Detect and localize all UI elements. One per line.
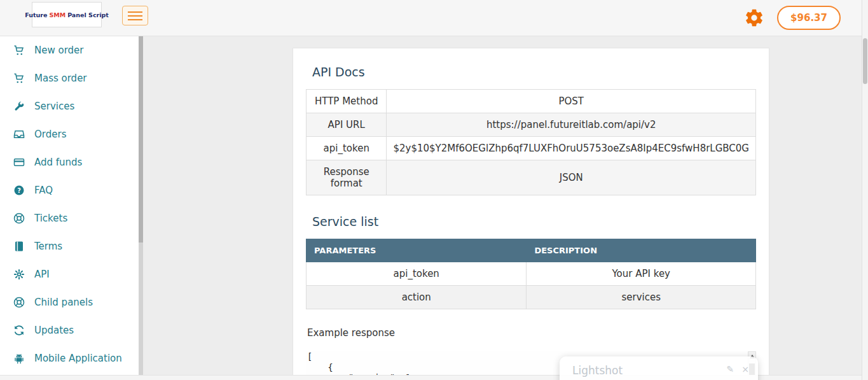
sidebar-item-terms[interactable]: Terms	[0, 232, 139, 260]
sidebar-item-mobile-application[interactable]: Mobile Application	[0, 344, 139, 372]
hamburger-menu-icon	[128, 11, 142, 13]
api-docs-row-value: POST	[387, 90, 756, 113]
sidebar-item-label: Mobile Application	[34, 353, 122, 364]
sidebar-item-orders[interactable]: Orders	[0, 120, 139, 148]
sidebar-item-services[interactable]: Services	[0, 92, 139, 120]
api-docs-card: API Docs HTTP MethodPOSTAPI URLhttps://p…	[293, 48, 769, 380]
refresh-icon	[13, 325, 25, 336]
life-ring-icon	[13, 213, 25, 224]
service-description-cell: services	[527, 286, 756, 309]
vertical-scrollbar[interactable]	[862, 0, 868, 380]
api-docs-title: API Docs	[312, 65, 750, 79]
api-docs-row: api_token$2y$10$Y2Mf6OEGlZhp6qf7LUXFhOru…	[307, 137, 756, 160]
settings-gear-icon[interactable]	[744, 8, 764, 28]
sidebar-item-label: Add funds	[34, 157, 82, 168]
sidebar-item-mass-order[interactable]: Mass order	[0, 64, 139, 92]
svg-text:?: ?	[17, 187, 21, 194]
logo-text-accent: SMM	[49, 11, 65, 18]
question-circle-icon: ?	[13, 185, 25, 196]
sidebar-menu: New orderMass orderServicesOrdersAdd fun…	[0, 36, 139, 372]
sidebar-item-child-panels[interactable]: Child panels	[0, 288, 139, 316]
book-icon	[13, 241, 25, 252]
api-docs-row-value: $2y$10$Y2Mf6OEGlZhp6qf7LUXFhOruU5753oeZs…	[387, 137, 756, 160]
life-ring-icon	[13, 297, 25, 308]
balance-amount: $96.37	[790, 12, 827, 24]
sidebar-item-new-order[interactable]: New order	[0, 36, 139, 64]
wrench-icon	[13, 101, 25, 112]
sidebar-item-label: Tickets	[34, 213, 67, 224]
app-logo[interactable]: Future SMM Panel Script	[32, 2, 102, 27]
close-icon[interactable]: ×	[741, 364, 749, 374]
main-content: API Docs HTTP MethodPOSTAPI URLhttps://p…	[143, 36, 862, 380]
service-list-header-row: PARAMETERS DESCRIPTION	[307, 239, 756, 262]
cart-icon	[13, 45, 25, 56]
gear-icon	[13, 269, 25, 280]
description-column-header: DESCRIPTION	[527, 239, 756, 262]
sidebar-item-tickets[interactable]: Tickets	[0, 204, 139, 232]
inbox-icon	[13, 129, 25, 140]
api-docs-row-value: https://panel.futureitlab.com/api/v2	[387, 113, 756, 137]
sidebar-item-add-funds[interactable]: Add funds	[0, 148, 139, 176]
sidebar-item-label: Child panels	[34, 297, 93, 308]
service-parameter-cell: api_token	[307, 262, 527, 286]
service-list-title: Service list	[312, 215, 750, 229]
service-list-row: actionservices	[307, 286, 756, 309]
example-response-label: Example response	[307, 327, 756, 339]
api-docs-row: Response formatJSON	[307, 160, 756, 195]
sidebar-item-api[interactable]: API	[0, 260, 139, 288]
lightshot-title: Lightshot	[572, 364, 745, 377]
api-docs-row: API URLhttps://panel.futureitlab.com/api…	[307, 113, 756, 137]
api-docs-row-label: Response format	[307, 160, 387, 195]
lightshot-overlay: Lightshot ✎ ×	[560, 356, 758, 380]
service-parameter-cell: action	[307, 286, 527, 309]
top-bar: Future SMM Panel Script $96.37	[0, 0, 868, 36]
api-docs-table: HTTP MethodPOSTAPI URLhttps://panel.futu…	[306, 89, 756, 195]
sidebar-scrollbar-thumb[interactable]	[139, 36, 143, 243]
service-list-row: api_tokenYour API key	[307, 262, 756, 286]
logo-text: Future	[25, 11, 47, 18]
api-docs-row-label: api_token	[307, 137, 387, 160]
sidebar-item-faq[interactable]: ?FAQ	[0, 176, 139, 204]
pencil-icon[interactable]: ✎	[727, 364, 734, 374]
sidebar-item-label: Mass order	[34, 73, 87, 84]
service-description-cell: Your API key	[527, 262, 756, 286]
cart-icon	[13, 73, 25, 84]
sidebar-item-label: Updates	[34, 325, 74, 336]
vertical-scrollbar-thumb[interactable]	[863, 38, 867, 84]
service-list-table: PARAMETERS DESCRIPTION api_tokenYour API…	[306, 239, 756, 309]
sidebar-item-label: New order	[34, 45, 83, 56]
android-icon	[13, 353, 25, 364]
api-docs-row: HTTP MethodPOST	[307, 90, 756, 113]
api-docs-row-value: JSON	[387, 160, 756, 195]
api-docs-row-label: HTTP Method	[307, 90, 387, 113]
credit-card-icon	[13, 157, 25, 168]
sidebar: New orderMass orderServicesOrdersAdd fun…	[0, 36, 139, 380]
menu-toggle-button[interactable]	[122, 6, 148, 25]
sidebar-item-label: Services	[34, 101, 74, 112]
sidebar-item-label: Orders	[34, 129, 66, 140]
api-docs-row-label: API URL	[307, 113, 387, 137]
sidebar-item-label: API	[34, 269, 50, 280]
parameters-column-header: PARAMETERS	[307, 239, 527, 262]
sidebar-item-label: FAQ	[34, 185, 53, 196]
balance-pill[interactable]: $96.37	[777, 6, 841, 30]
sidebar-item-updates[interactable]: Updates	[0, 316, 139, 344]
sidebar-scrollbar[interactable]	[139, 36, 143, 380]
logo-text: Panel Script	[67, 11, 109, 18]
sidebar-item-label: Terms	[34, 241, 62, 252]
